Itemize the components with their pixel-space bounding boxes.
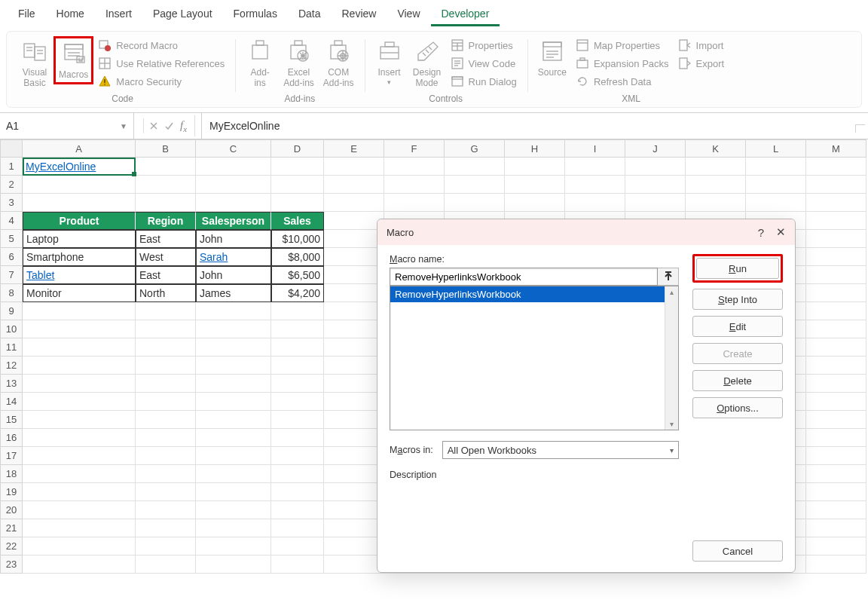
row-header[interactable]: 7	[0, 266, 23, 284]
col-header[interactable]: J	[625, 139, 686, 158]
cell[interactable]	[136, 519, 196, 537]
cell[interactable]	[136, 357, 196, 375]
cell[interactable]	[196, 393, 271, 411]
goto-macro-button[interactable]	[658, 268, 679, 286]
cell[interactable]	[23, 302, 136, 320]
cell[interactable]	[505, 194, 565, 212]
expansion-packs-button[interactable]: Expansion Packs	[571, 54, 674, 72]
macros-in-select[interactable]: All Open Workbooks ▾	[442, 441, 679, 459]
tab-formulas[interactable]: Formulas	[223, 3, 288, 26]
cell[interactable]	[324, 465, 384, 483]
row-header[interactable]: 19	[0, 483, 23, 501]
row-header[interactable]: 5	[0, 230, 23, 248]
cell[interactable]	[806, 302, 866, 320]
cell[interactable]	[324, 230, 384, 248]
cell[interactable]: North	[136, 284, 196, 302]
cell[interactable]	[136, 429, 196, 447]
cell[interactable]	[445, 194, 505, 212]
create-button[interactable]: Create	[692, 343, 783, 364]
cell[interactable]	[196, 176, 271, 194]
col-header[interactable]: B	[136, 139, 196, 158]
cell[interactable]	[136, 194, 196, 212]
cell[interactable]	[23, 537, 136, 556]
close-icon[interactable]: ✕	[776, 225, 786, 239]
cell[interactable]	[196, 158, 271, 176]
cell[interactable]	[271, 194, 324, 212]
cell[interactable]	[271, 483, 324, 501]
cell[interactable]	[271, 158, 324, 176]
row-header[interactable]: 15	[0, 411, 23, 429]
col-header[interactable]: F	[384, 139, 445, 158]
cell[interactable]	[324, 537, 384, 556]
cell[interactable]	[271, 393, 324, 411]
cell[interactable]	[565, 176, 625, 194]
row-header[interactable]: 16	[0, 429, 23, 447]
cancel-button[interactable]: Cancel	[692, 540, 783, 562]
cell[interactable]	[136, 338, 196, 357]
cell[interactable]: John	[196, 230, 271, 248]
col-header[interactable]: L	[746, 139, 806, 158]
cell[interactable]	[196, 357, 271, 375]
cancel-formula-icon[interactable]	[148, 121, 159, 131]
tab-data[interactable]: Data	[288, 3, 332, 26]
cell[interactable]: $6,500	[271, 266, 324, 284]
excel-addins-button[interactable]: ExcelAdd-ins	[279, 36, 319, 90]
cell[interactable]	[806, 429, 866, 447]
cell[interactable]	[196, 429, 271, 447]
row-header[interactable]: 12	[0, 357, 23, 375]
cell[interactable]	[196, 194, 271, 212]
cell[interactable]	[324, 248, 384, 266]
cell[interactable]	[196, 501, 271, 519]
properties-button[interactable]: Properties	[446, 36, 521, 54]
row-header[interactable]: 21	[0, 519, 23, 537]
cell[interactable]	[136, 556, 196, 574]
cell[interactable]	[806, 266, 866, 284]
cell[interactable]	[136, 465, 196, 483]
cell[interactable]	[686, 176, 746, 194]
cell[interactable]	[324, 338, 384, 357]
cell[interactable]	[324, 357, 384, 375]
relative-refs-button[interactable]: Use Relative References	[93, 54, 229, 72]
cell[interactable]	[445, 158, 505, 176]
cell[interactable]	[324, 429, 384, 447]
cell[interactable]	[196, 483, 271, 501]
cell[interactable]	[271, 501, 324, 519]
cell[interactable]	[136, 393, 196, 411]
tab-developer[interactable]: Developer	[431, 3, 500, 26]
cell[interactable]	[806, 176, 866, 194]
cell[interactable]	[806, 465, 866, 483]
cell[interactable]	[445, 176, 505, 194]
cell[interactable]	[23, 429, 136, 447]
cell[interactable]	[806, 194, 866, 212]
macros-button[interactable]: Macros	[53, 36, 93, 84]
row-header[interactable]: 3	[0, 194, 23, 212]
cell[interactable]	[625, 176, 686, 194]
row-header[interactable]: 17	[0, 447, 23, 465]
cell[interactable]	[806, 519, 866, 537]
cell[interactable]: James	[196, 284, 271, 302]
cell[interactable]	[196, 411, 271, 429]
cell[interactable]: Sarah	[196, 248, 271, 266]
cell[interactable]	[136, 537, 196, 556]
cell[interactable]: East	[136, 230, 196, 248]
cell[interactable]	[324, 266, 384, 284]
cell[interactable]	[806, 501, 866, 519]
cell[interactable]: West	[136, 248, 196, 266]
options-button[interactable]: Options...	[692, 397, 783, 418]
cell[interactable]	[806, 357, 866, 375]
cell[interactable]: MyExcelOnline	[23, 158, 136, 176]
cell[interactable]	[565, 194, 625, 212]
enter-formula-icon[interactable]	[164, 121, 174, 131]
col-header[interactable]: H	[505, 139, 565, 158]
cell[interactable]	[271, 429, 324, 447]
cell[interactable]	[746, 194, 806, 212]
row-header[interactable]: 23	[0, 556, 23, 574]
cell[interactable]	[384, 194, 445, 212]
row-header[interactable]: 13	[0, 375, 23, 393]
row-header[interactable]: 8	[0, 284, 23, 302]
cell[interactable]	[324, 501, 384, 519]
delete-button[interactable]: Delete	[692, 370, 783, 391]
run-dialog-button[interactable]: Run Dialog	[446, 72, 521, 90]
cell[interactable]	[23, 357, 136, 375]
name-box[interactable]: A1 ▼	[0, 113, 134, 139]
